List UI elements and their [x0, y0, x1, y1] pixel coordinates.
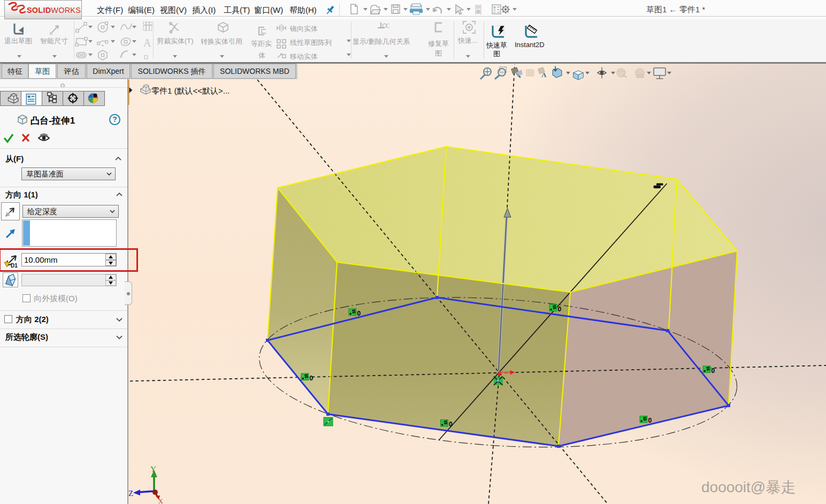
svg-text:零件1 (默认<<默认>...: 零件1 (默认<<默认>...	[151, 86, 230, 95]
svg-text:SOLIDWORKS: SOLIDWORKS	[27, 6, 81, 14]
svg-text:dooooit@暴走: dooooit@暴走	[701, 479, 796, 495]
svg-text:X: X	[158, 498, 163, 504]
svg-text:Y: Y	[150, 465, 156, 474]
svg-text:A: A	[541, 71, 547, 79]
svg-text:0: 0	[310, 375, 313, 382]
svg-text:Z: Z	[128, 489, 133, 498]
svg-text:A: A	[143, 37, 151, 49]
